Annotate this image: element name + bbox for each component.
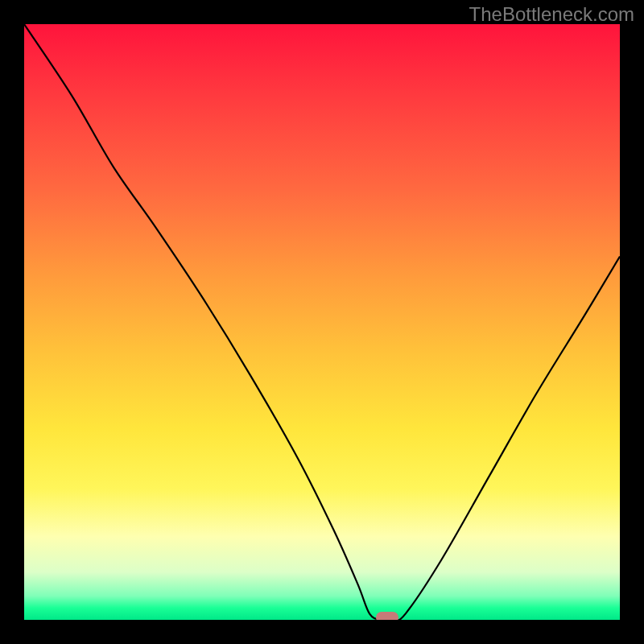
- chart-plot-area: [24, 24, 620, 620]
- chart-curve-svg: [24, 24, 620, 620]
- bottleneck-curve-line: [24, 24, 620, 620]
- watermark-text: TheBottleneck.com: [469, 3, 634, 26]
- optimal-point-marker: [376, 612, 398, 620]
